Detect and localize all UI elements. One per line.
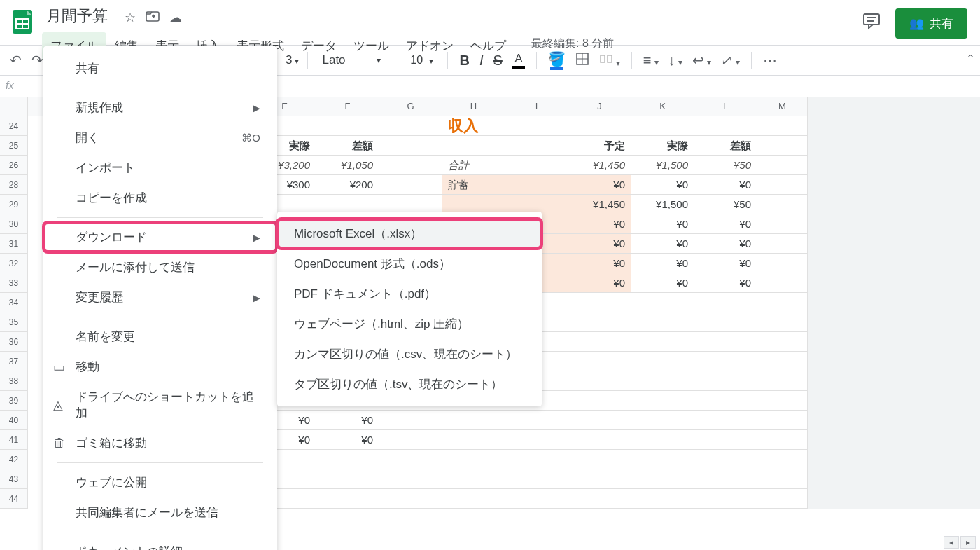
file-email-collab[interactable]: 共同編集者にメールを送信 xyxy=(43,497,277,528)
comments-icon[interactable] xyxy=(862,12,881,35)
cell[interactable] xyxy=(568,450,631,469)
cell[interactable]: ¥1,500 xyxy=(631,156,694,175)
row-header[interactable]: 43 xyxy=(0,469,28,489)
download-pdf[interactable]: PDF ドキュメント（.pdf） xyxy=(277,279,542,309)
cell[interactable] xyxy=(757,352,808,371)
col-header[interactable]: F xyxy=(316,97,379,116)
cell[interactable]: ¥1,450 xyxy=(568,195,631,214)
borders-icon[interactable] xyxy=(573,49,592,72)
cell[interactable] xyxy=(694,391,757,411)
cell[interactable]: 合計 xyxy=(442,156,505,175)
font-size[interactable]: 10 ▾ xyxy=(404,51,439,69)
cell[interactable]: ¥0 xyxy=(694,214,757,234)
cell[interactable] xyxy=(694,411,757,430)
cell[interactable] xyxy=(442,450,505,469)
col-header[interactable]: J xyxy=(568,97,631,116)
cell[interactable] xyxy=(631,391,694,411)
cell[interactable] xyxy=(757,234,808,254)
row-header[interactable]: 36 xyxy=(0,332,28,352)
cell[interactable] xyxy=(757,332,808,352)
cell[interactable] xyxy=(316,450,379,469)
download-tsv[interactable]: タブ区切りの値（.tsv、現在のシート） xyxy=(277,369,542,399)
cell[interactable] xyxy=(757,312,808,332)
col-header[interactable]: K xyxy=(631,97,694,116)
file-trash[interactable]: 🗑ゴミ箱に移動 xyxy=(43,428,277,458)
cell[interactable] xyxy=(442,469,505,489)
cell[interactable]: ¥0 xyxy=(316,430,379,450)
cell[interactable] xyxy=(505,156,568,175)
row-header[interactable]: 42 xyxy=(0,450,28,469)
cell[interactable] xyxy=(505,411,568,430)
row-header[interactable]: 35 xyxy=(0,312,28,332)
download-csv[interactable]: カンマ区切りの値（.csv、現在のシート） xyxy=(277,339,542,369)
cell[interactable] xyxy=(379,136,442,156)
cell[interactable] xyxy=(379,411,442,430)
fill-color-icon[interactable]: 🪣 xyxy=(545,48,568,73)
cell[interactable] xyxy=(442,489,505,509)
col-header[interactable]: L xyxy=(694,97,757,116)
cell[interactable] xyxy=(631,312,694,332)
italic-icon[interactable]: I xyxy=(477,50,486,71)
cell[interactable] xyxy=(757,391,808,411)
cell[interactable] xyxy=(757,293,808,312)
cell[interactable] xyxy=(631,430,694,450)
more-icon[interactable]: ⋯ xyxy=(760,49,780,71)
cell[interactable] xyxy=(568,293,631,312)
undo-icon[interactable]: ↶ xyxy=(7,49,24,71)
cell[interactable]: ¥0 xyxy=(631,234,694,254)
cell[interactable] xyxy=(757,156,808,175)
cell[interactable]: ¥0 xyxy=(568,175,631,195)
cell[interactable] xyxy=(379,175,442,195)
sheets-logo[interactable] xyxy=(8,7,36,35)
cell[interactable] xyxy=(316,469,379,489)
format-partial[interactable]: 3▾ xyxy=(286,53,299,67)
cell[interactable]: ¥50 xyxy=(694,195,757,214)
row-header[interactable]: 29 xyxy=(0,195,28,214)
cell[interactable]: 収入 xyxy=(442,116,505,136)
row-header[interactable]: 38 xyxy=(0,371,28,391)
cell[interactable] xyxy=(757,175,808,195)
file-share[interactable]: 共有 xyxy=(43,53,277,83)
cell[interactable]: 差額 xyxy=(694,136,757,156)
cell[interactable] xyxy=(757,254,808,273)
cell[interactable] xyxy=(505,469,568,489)
cell[interactable]: ¥0 xyxy=(694,254,757,273)
cell[interactable] xyxy=(757,371,808,391)
cell[interactable] xyxy=(568,489,631,509)
cell[interactable] xyxy=(757,214,808,234)
cell[interactable] xyxy=(757,136,808,156)
cell[interactable]: ¥0 xyxy=(631,254,694,273)
cell[interactable] xyxy=(568,116,631,136)
cell[interactable] xyxy=(757,489,808,509)
halign-icon[interactable]: ≡▾ xyxy=(640,50,662,71)
row-header[interactable]: 32 xyxy=(0,254,28,273)
row-header[interactable]: 26 xyxy=(0,156,28,175)
cell[interactable] xyxy=(568,391,631,411)
cell[interactable] xyxy=(694,489,757,509)
cell[interactable] xyxy=(631,332,694,352)
cell[interactable] xyxy=(379,450,442,469)
cell[interactable] xyxy=(568,332,631,352)
cell[interactable] xyxy=(442,411,505,430)
cell[interactable] xyxy=(631,411,694,430)
cell[interactable] xyxy=(757,450,808,469)
cell[interactable] xyxy=(694,352,757,371)
row-header[interactable]: 30 xyxy=(0,214,28,234)
wrap-icon[interactable]: ↩▾ xyxy=(690,49,714,71)
cell[interactable] xyxy=(694,430,757,450)
cloud-status-icon[interactable]: ☁ xyxy=(169,10,182,26)
cell[interactable] xyxy=(568,469,631,489)
cell[interactable]: 予定 xyxy=(568,136,631,156)
cell[interactable] xyxy=(568,352,631,371)
cell[interactable] xyxy=(379,116,442,136)
scroll-right-icon[interactable]: ▸ xyxy=(960,536,976,549)
share-button[interactable]: 👥 共有 xyxy=(895,8,967,39)
file-email-attach[interactable]: メールに添付して送信 xyxy=(43,252,277,282)
cell[interactable] xyxy=(757,469,808,489)
cell[interactable] xyxy=(757,195,808,214)
cell[interactable] xyxy=(631,371,694,391)
valign-icon[interactable]: ↓▾ xyxy=(666,50,685,71)
cell[interactable]: ¥0 xyxy=(694,175,757,195)
file-import[interactable]: インポート xyxy=(43,153,277,183)
file-drive-shortcut[interactable]: ◬ドライブへのショートカットを追加 xyxy=(43,382,277,428)
